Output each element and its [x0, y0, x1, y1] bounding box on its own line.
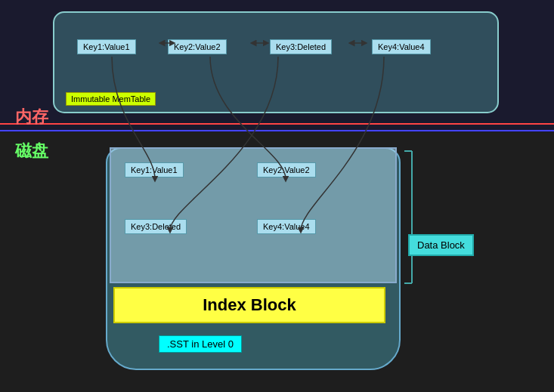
main-container: 内存 磁盘 Key1:Value1 Key2:Value2 Key3:Delet… — [0, 0, 554, 392]
index-block-label: Index Block — [203, 295, 296, 315]
sst-key2: Key2:Value2 — [257, 162, 316, 177]
memtable-key3: Key3:Deleted — [270, 39, 332, 54]
divider-blue — [0, 130, 554, 131]
index-block: Index Block — [113, 287, 385, 323]
sst-key1: Key1:Value1 — [125, 162, 184, 177]
memtable-label: Immutable MemTable — [66, 92, 156, 106]
data-block-label: Data Block — [408, 234, 474, 256]
memtable-key1: Key1:Value1 — [77, 39, 136, 54]
memtable-container: Key1:Value1 Key2:Value2 Key3:Deleted Key… — [53, 11, 499, 113]
disk-label: 磁盘 — [15, 140, 48, 162]
sst-key4: Key4:Value4 — [257, 219, 316, 234]
memtable-key4: Key4:Value4 — [372, 39, 431, 54]
memtable-key2: Key2:Value2 — [168, 39, 227, 54]
memory-label: 内存 — [15, 106, 48, 128]
sst-label: .SST in Level 0 — [159, 335, 242, 353]
divider-red — [0, 123, 554, 125]
sst-key3: Key3:Deleted — [125, 219, 187, 234]
